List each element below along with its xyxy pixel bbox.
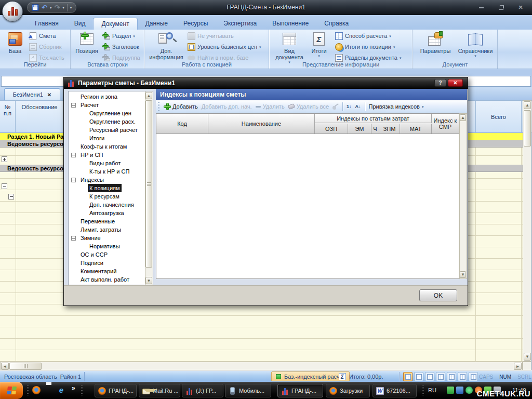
uroven-bazisnyh-cen-button[interactable]: Уровень базисных цен▾ <box>188 42 261 51</box>
undo-icon[interactable]: ↶ <box>42 4 47 11</box>
statusbar-view-icon-5[interactable] <box>447 372 456 381</box>
horizontal-scrollbar[interactable]: ◄ ► <box>0 362 523 370</box>
tree-item-okruglenie-cen[interactable]: Округление цен <box>69 109 144 117</box>
document-tab[interactable]: БезИмени1 ✕ <box>4 88 60 100</box>
col-group-indices[interactable]: Индексы по статьям затрат <box>315 114 432 123</box>
ok-button[interactable]: OK <box>419 289 457 301</box>
tree-item-limit-zatraty[interactable]: Лимит. затраты <box>69 225 144 234</box>
tree-item-normativy[interactable]: Нормативы <box>69 242 144 250</box>
tab-resursy[interactable]: Ресурсы <box>176 18 216 30</box>
statusbar-view-icon-6[interactable] <box>458 372 467 381</box>
tree-item-nr-i-sp[interactable]: НР и СП <box>69 151 144 159</box>
close-button[interactable]: ✕ <box>514 4 527 11</box>
itogi-po-pozicii-button[interactable]: Итоги по позиции▾ <box>335 42 395 51</box>
scroll-up-icon[interactable]: ▲ <box>460 114 466 121</box>
col-mat[interactable]: МАТ <box>400 124 432 134</box>
tab-dokument[interactable]: Документ <box>93 18 137 30</box>
collapse-icon[interactable] <box>71 153 76 157</box>
tree-item-resursnyi-raschet[interactable]: Ресурсный расчет <box>69 126 144 134</box>
col-zpm[interactable]: ЗПМ <box>379 124 400 134</box>
parametry-button[interactable]: Параметры <box>417 31 454 54</box>
statusbar-view-icon-2[interactable] <box>414 372 423 381</box>
dop-info-button[interactable]: Доп. информация <box>147 31 185 60</box>
scroll-down-icon[interactable]: ▼ <box>524 353 531 361</box>
statusbar-view-icon-4[interactable] <box>436 372 445 381</box>
firefox-quicklaunch-icon[interactable] <box>32 386 41 394</box>
collapse-icon[interactable] <box>8 194 14 200</box>
expand-icon[interactable] <box>2 156 7 162</box>
tab-vid[interactable]: Вид <box>66 18 94 30</box>
tree-item-zimnie[interactable]: Зимние <box>69 234 144 242</box>
collapse-icon[interactable] <box>71 236 76 241</box>
statusbar-view-icon-3[interactable] <box>425 372 434 381</box>
task-grand-1[interactable]: ГРАНД-... <box>95 384 137 397</box>
dialog-help-button[interactable]: ? <box>434 79 446 87</box>
chevron-icon[interactable]: » <box>72 384 75 392</box>
app-menu-button[interactable] <box>2 1 23 22</box>
col-name[interactable]: Наименование <box>208 114 315 134</box>
task-grand-active[interactable]: ГРАНД-... <box>277 384 323 397</box>
tree-item-avtozagruzka[interactable]: Автозагрузка <box>69 209 144 217</box>
task-word-doc[interactable]: W672106... <box>373 384 417 397</box>
undo-dropdown-icon[interactable]: ▾ <box>50 6 52 10</box>
scroll-left-icon[interactable]: ◄ <box>1 363 9 370</box>
ie-quicklaunch-icon[interactable]: e <box>57 386 65 394</box>
start-button[interactable] <box>0 382 23 399</box>
table-scrollbar[interactable]: ▲ ▼ <box>459 113 467 279</box>
collapse-icon[interactable] <box>71 178 76 182</box>
scroll-right-icon[interactable]: ► <box>514 363 522 370</box>
tree-item-dop-nachisleniya[interactable]: Доп. начисления <box>69 201 144 209</box>
spravochniki-button[interactable]: Справочники ▾ <box>456 31 495 58</box>
tree-item-akt-vypoln-rabot[interactable]: Акт выполн. работ <box>69 275 144 284</box>
tree-item-region-i-zona[interactable]: Регион и зона <box>69 92 144 101</box>
itogi-button[interactable]: Σ Итоги ▾ <box>307 31 331 58</box>
tree-item-k-resursam[interactable]: К ресурсам <box>69 192 144 201</box>
sort-alpha-icon[interactable]: А↓ <box>355 104 361 109</box>
col-em[interactable]: ЭМ <box>348 124 371 134</box>
task-mobile[interactable]: Мобиль... <box>225 384 271 397</box>
baza-button[interactable]: База <box>3 31 27 54</box>
sposob-rascheta-button[interactable]: Способ расчета▾ <box>335 31 391 41</box>
zagolovok-button[interactable]: Заголовок <box>102 42 139 51</box>
tree-item-indeksy[interactable]: Индексы <box>69 176 144 184</box>
scroll-up-icon[interactable]: ▲ <box>145 92 152 99</box>
vertical-scrollbar[interactable]: ▲ ▼ <box>523 100 531 362</box>
collapse-icon[interactable] <box>71 103 76 108</box>
close-tab-icon[interactable]: ✕ <box>47 92 51 98</box>
task-j-grand[interactable]: (J:) ГР... <box>182 384 223 397</box>
col-smr[interactable]: Индекс к СМР <box>432 114 459 134</box>
tab-ekspertiza[interactable]: Экспертиза <box>216 18 264 30</box>
scrollbar-thumb[interactable] <box>145 100 152 268</box>
tree-item-itogi[interactable]: Итоги <box>69 134 144 142</box>
customize-qat-icon[interactable]: ▾ <box>70 6 72 10</box>
razdel-button[interactable]: Раздел▾ <box>102 31 135 41</box>
tray-mailru-agent-icon[interactable] <box>466 387 473 394</box>
add-button[interactable]: Добавить <box>164 103 198 110</box>
statusbar-view-icon-7[interactable] <box>469 372 478 381</box>
task-zagruzki[interactable]: Загрузки <box>326 384 370 397</box>
tree-item-vidy-rabot[interactable]: Виды работ <box>69 159 144 167</box>
tab-dannye[interactable]: Данные <box>138 18 176 30</box>
collapse-icon[interactable] <box>2 183 7 189</box>
tree-scrollbar[interactable]: ▲ ▼ <box>145 91 153 285</box>
smeta-button[interactable]: Смета <box>29 31 56 41</box>
col-ch[interactable]: Ч <box>371 124 379 134</box>
tree-item-koef-k-itogam[interactable]: Коэф-ты к итогам <box>69 142 144 151</box>
tray-sync-icon[interactable] <box>447 387 454 394</box>
tab-glavnaya[interactable]: Главная <box>27 18 66 30</box>
scrollbar-thumb[interactable] <box>9 363 42 370</box>
tree-item-kommentarii[interactable]: Комментарий <box>69 267 144 275</box>
tab-vypolnenie[interactable]: Выполнение <box>264 18 316 30</box>
col-code[interactable]: Код <box>156 114 208 134</box>
tree-item-peremennye[interactable]: Переменные <box>69 217 144 225</box>
poziciya-button[interactable]: Позиция <box>73 31 100 54</box>
tree-item-k-poziciyam[interactable]: К позициям <box>69 184 144 192</box>
scroll-down-icon[interactable]: ▼ <box>145 277 152 284</box>
tree-item-okruglenie-rash[interactable]: Округление расх. <box>69 117 144 126</box>
dialog-titlebar[interactable]: Параметры сметы - БезИмени1 <box>64 77 468 89</box>
tray-network-icon[interactable] <box>456 387 463 394</box>
tree-item-podpisi[interactable]: Подписи <box>69 259 144 267</box>
index-binding-button[interactable]: Привязка индексов▾ <box>369 103 424 110</box>
tree-item-raschet[interactable]: Расчет <box>69 101 144 109</box>
restore-button[interactable] <box>495 4 507 11</box>
